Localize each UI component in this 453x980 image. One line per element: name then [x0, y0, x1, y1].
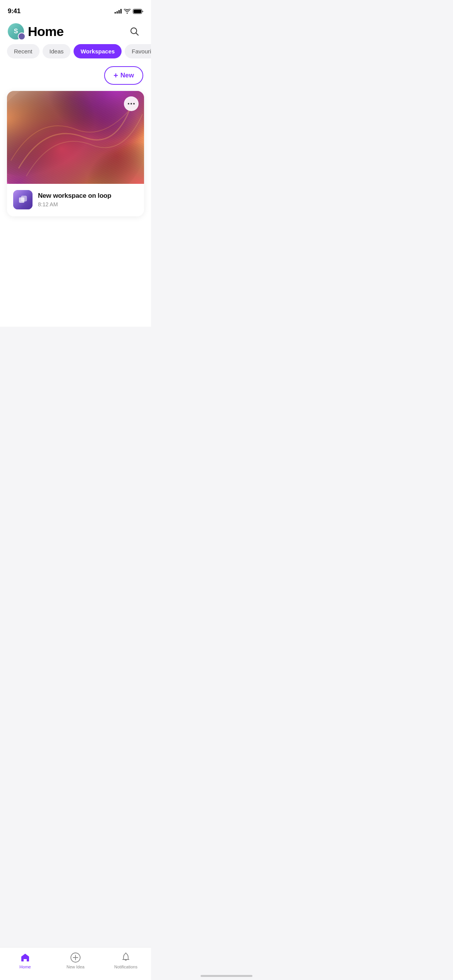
card-text: New workspace on loop 8:12 AM — [38, 192, 138, 207]
page-title: Home — [28, 24, 63, 39]
status-bar: 9:41 — [0, 0, 151, 17]
tab-bar: Recent Ideas Workspaces Favourites — [0, 44, 151, 58]
card-time: 8:12 AM — [38, 201, 138, 207]
card-image — [7, 91, 144, 184]
plus-icon: + — [113, 72, 118, 79]
avatar-badge — [18, 33, 26, 40]
battery-icon — [133, 9, 143, 14]
search-icon — [130, 27, 139, 36]
svg-rect-1 — [134, 10, 141, 13]
main-content: + New — [0, 66, 151, 327]
card-menu-button[interactable] — [124, 96, 139, 111]
workspace-icon-symbol — [17, 194, 28, 205]
screen: 9:41 — [0, 0, 151, 327]
card-title: New workspace on loop — [38, 192, 138, 200]
tab-ideas[interactable]: Ideas — [43, 44, 71, 58]
new-workspace-button[interactable]: + New — [104, 66, 143, 85]
new-button-row: + New — [0, 66, 151, 85]
swirl-svg — [7, 91, 144, 184]
three-dots-icon — [128, 103, 135, 105]
svg-point-2 — [131, 28, 137, 34]
avatar[interactable]: S — [8, 23, 24, 39]
header: S Home — [0, 17, 151, 44]
search-button[interactable] — [127, 24, 142, 39]
status-time: 9:41 — [8, 7, 21, 15]
card-info: New workspace on loop 8:12 AM — [7, 184, 144, 216]
status-icons — [115, 9, 143, 14]
tab-recent[interactable]: Recent — [7, 44, 39, 58]
wifi-icon — [124, 9, 130, 14]
workspace-icon — [13, 190, 33, 209]
tab-workspaces[interactable]: Workspaces — [74, 44, 122, 58]
svg-rect-8 — [21, 196, 27, 201]
tab-favourites[interactable]: Favourites — [125, 44, 151, 58]
header-left: S Home — [8, 23, 63, 39]
workspace-card[interactable]: New workspace on loop 8:12 AM — [7, 91, 144, 216]
signal-bars-icon — [115, 9, 122, 14]
